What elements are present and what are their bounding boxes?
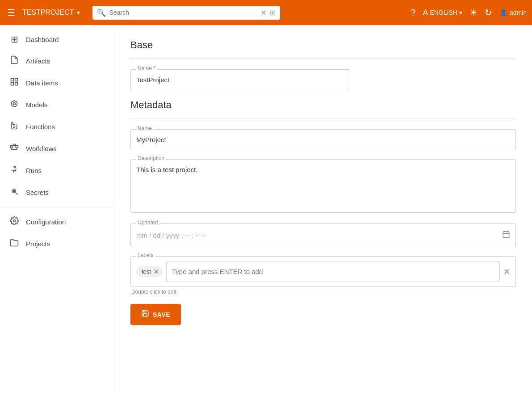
search-icon: 🔍 xyxy=(97,8,106,17)
svg-point-4 xyxy=(11,101,17,106)
base-name-input[interactable] xyxy=(130,69,349,90)
svg-rect-7 xyxy=(16,146,18,148)
label-chip-text: test xyxy=(142,268,151,275)
svg-rect-6 xyxy=(11,146,13,148)
meta-name-field: Name xyxy=(130,129,516,150)
description-label: Description xyxy=(136,155,166,161)
language-selector[interactable]: A ENGLISH ▾ xyxy=(423,8,462,17)
chevron-down-icon: ▾ xyxy=(77,9,80,16)
sidebar-item-dashboard[interactable]: ⊞ Dashboard xyxy=(0,29,114,50)
project-selector[interactable]: TESTPROJECT ▾ xyxy=(22,8,80,17)
main-content: Base Name * Metadata Name Description Th… xyxy=(114,25,532,396)
language-label: ENGLISH xyxy=(430,9,457,16)
svg-line-11 xyxy=(15,192,17,194)
updated-label: Updated xyxy=(136,219,159,226)
metadata-divider xyxy=(130,118,516,118)
search-bar: 🔍 ✕ ⊞ xyxy=(92,6,280,20)
sidebar-label-projects: Projects xyxy=(26,240,50,248)
lang-chevron-icon: ▾ xyxy=(459,9,462,16)
sidebar-item-secrets[interactable]: Secrets xyxy=(0,181,114,203)
sidebar-label-workflows: Workflows xyxy=(26,145,57,152)
sidebar-item-runs[interactable]: Runs xyxy=(0,160,114,181)
description-input[interactable]: This is a test project. xyxy=(130,159,516,213)
labels-label: Labels xyxy=(136,252,155,258)
save-button[interactable]: SAVE xyxy=(130,304,181,325)
svg-point-12 xyxy=(13,190,15,192)
theme-icon[interactable]: ☀ xyxy=(469,7,478,18)
sidebar-item-functions[interactable]: Functions xyxy=(0,116,114,138)
svg-point-13 xyxy=(13,220,16,222)
sidebar-label-secrets: Secrets xyxy=(26,189,49,196)
svg-point-5 xyxy=(13,103,16,105)
datetime-input[interactable]: mm / dd / yyyy , -- : -- -- xyxy=(130,223,516,247)
functions-icon xyxy=(9,121,20,132)
label-chip-test: test ✕ xyxy=(136,266,163,277)
translate-icon: A xyxy=(423,8,428,17)
projects-icon xyxy=(9,238,20,249)
secrets-icon xyxy=(9,187,20,198)
updated-field: Updated mm / dd / yyyy , -- : -- -- xyxy=(130,223,516,247)
sidebar-item-projects[interactable]: Projects xyxy=(0,233,114,255)
artifacts-icon xyxy=(9,55,20,67)
svg-rect-14 xyxy=(503,232,509,238)
refresh-icon[interactable]: ↻ xyxy=(485,7,492,18)
save-button-label: SAVE xyxy=(153,311,170,318)
runs-icon xyxy=(9,165,20,176)
data-items-icon xyxy=(9,77,20,88)
metadata-section-title: Metadata xyxy=(130,99,516,111)
navbar-right: ? A ENGLISH ▾ ☀ ↻ 👤 admin xyxy=(411,7,527,18)
sidebar-label-artifacts: Artifacts xyxy=(26,57,50,65)
svg-point-10 xyxy=(12,189,16,193)
sidebar: ⊞ Dashboard Artifacts Data items Models xyxy=(0,25,114,396)
user-name: admin xyxy=(510,9,527,16)
svg-rect-0 xyxy=(11,79,14,81)
save-icon xyxy=(141,309,149,320)
user-menu[interactable]: 👤 admin xyxy=(499,9,527,16)
sidebar-label-runs: Runs xyxy=(26,167,42,174)
sidebar-label-dashboard: Dashboard xyxy=(26,36,59,43)
svg-rect-3 xyxy=(15,83,18,85)
labels-input-area[interactable]: test ✕ ✕ xyxy=(130,256,516,287)
base-divider xyxy=(130,58,516,59)
sidebar-item-data-items[interactable]: Data items xyxy=(0,72,114,94)
project-name: TESTPROJECT xyxy=(22,8,74,17)
svg-rect-8 xyxy=(13,144,16,146)
workflows-icon xyxy=(9,143,20,154)
search-input[interactable] xyxy=(109,9,257,16)
filter-icon[interactable]: ⊞ xyxy=(270,8,276,17)
description-field: Description This is a test project. xyxy=(130,159,516,215)
sidebar-item-models[interactable]: Models xyxy=(0,94,114,116)
double-click-hint: Double click to edit xyxy=(131,289,516,295)
meta-name-input[interactable] xyxy=(130,129,516,150)
datetime-placeholder: mm / dd / yyyy , -- : -- -- xyxy=(136,232,206,239)
layout: ⊞ Dashboard Artifacts Data items Models xyxy=(0,25,532,396)
base-name-label: Name * xyxy=(136,65,157,72)
sidebar-label-configuration: Configuration xyxy=(26,218,66,226)
calendar-icon[interactable] xyxy=(502,230,510,240)
svg-point-9 xyxy=(14,166,15,168)
base-section-title: Base xyxy=(130,39,516,51)
base-name-field: Name * xyxy=(130,69,349,90)
meta-name-label: Name xyxy=(136,125,154,131)
labels-field-container: Labels test ✕ ✕ Double click to edit xyxy=(130,256,516,295)
configuration-icon xyxy=(9,216,20,227)
sidebar-divider xyxy=(0,207,114,207)
labels-text-input[interactable] xyxy=(166,261,500,282)
sidebar-item-workflows[interactable]: Workflows xyxy=(0,138,114,160)
sidebar-item-configuration[interactable]: Configuration xyxy=(0,211,114,233)
user-avatar-icon: 👤 xyxy=(499,9,507,16)
sidebar-label-functions: Functions xyxy=(26,123,55,131)
menu-icon[interactable]: ☰ xyxy=(5,5,17,20)
labels-clear-icon[interactable]: ✕ xyxy=(503,267,510,277)
svg-rect-1 xyxy=(15,79,18,81)
navbar: ☰ TESTPROJECT ▾ 🔍 ✕ ⊞ ? A ENGLISH ▾ ☀ ↻ … xyxy=(0,0,532,25)
sidebar-label-models: Models xyxy=(26,101,47,109)
svg-rect-2 xyxy=(11,83,14,85)
models-icon xyxy=(9,99,20,110)
remove-label-chip[interactable]: ✕ xyxy=(154,268,159,275)
clear-search-icon[interactable]: ✕ xyxy=(260,8,266,17)
dashboard-icon: ⊞ xyxy=(9,34,20,45)
sidebar-item-artifacts[interactable]: Artifacts xyxy=(0,50,114,72)
help-icon[interactable]: ? xyxy=(411,8,415,18)
sidebar-label-data-items: Data items xyxy=(26,79,58,87)
